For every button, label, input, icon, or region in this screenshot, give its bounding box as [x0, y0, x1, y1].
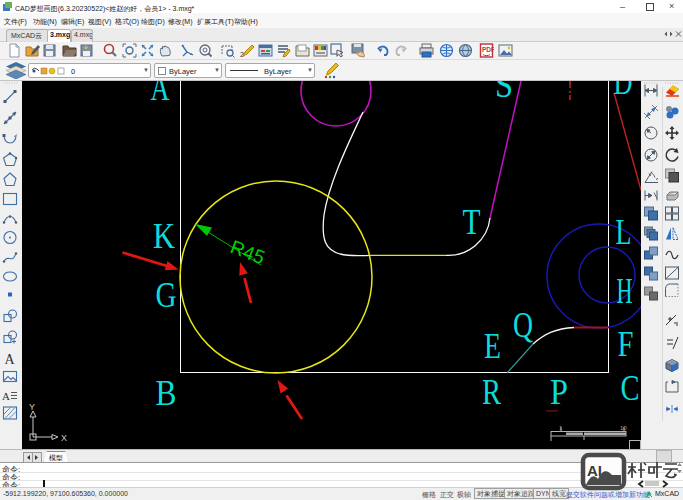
svg-text:Y: Y	[29, 402, 35, 412]
svg-text:R: R	[482, 372, 501, 412]
svg-text:10: 10	[620, 425, 627, 431]
svg-text:K: K	[153, 216, 175, 256]
svg-text:G: G	[156, 275, 177, 315]
svg-text:A: A	[2, 390, 10, 402]
svg-text:S: S	[495, 81, 513, 105]
svg-text:D: D	[614, 81, 633, 102]
svg-text:X: X	[61, 433, 67, 443]
svg-text:C: C	[621, 368, 640, 408]
svg-text:PDF: PDF	[482, 46, 494, 53]
svg-text:A: A	[151, 81, 170, 108]
svg-text:T: T	[463, 202, 481, 242]
svg-text:Q: Q	[513, 305, 533, 345]
svg-text:B: B	[156, 373, 177, 413]
svg-text:R45: R45	[228, 236, 268, 268]
svg-text:P: P	[550, 372, 568, 412]
svg-text:A: A	[5, 352, 16, 367]
svg-text:E: E	[484, 326, 501, 366]
svg-text:L: L	[616, 212, 632, 252]
svg-text:H: H	[617, 271, 633, 311]
svg-text:1: 1	[559, 425, 563, 431]
svg-text:F: F	[618, 324, 634, 364]
svg-text:2: 2	[240, 51, 244, 58]
